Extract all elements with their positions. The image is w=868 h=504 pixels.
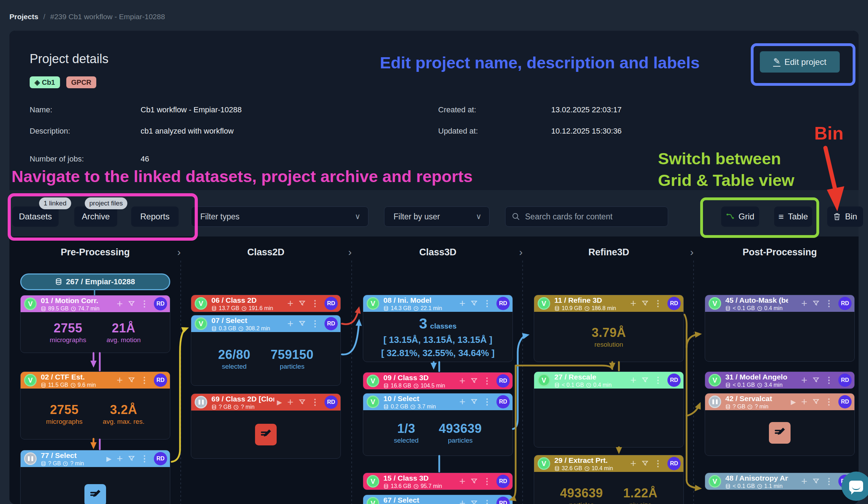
add-icon[interactable]: + (459, 376, 465, 386)
filter-icon[interactable] (813, 377, 820, 384)
job-card-body: 2755micrographs3.2Åavg. max. res. (21, 389, 170, 439)
job-card[interactable]: 69 / Class 2D [Clone of ? GB ? min ▶ + ⋮… (191, 393, 341, 459)
filter-icon[interactable] (813, 300, 820, 307)
kebab-menu-icon[interactable]: ⋮ (654, 299, 662, 308)
kebab-menu-icon[interactable]: ⋮ (311, 299, 319, 308)
job-card[interactable]: V 15 / Class 3D 13.6 GB 95.7 min + ⋮ RD (363, 473, 513, 490)
filter-icon[interactable] (813, 398, 820, 405)
job-card[interactable]: V 48 / Anisotropy Analysis… < 0.1 GB 1.1… (705, 473, 855, 490)
job-card[interactable]: V 67 / Select + ⋮ RD (363, 495, 513, 504)
tab-archive[interactable]: Archive (74, 206, 117, 227)
column-chevron-icon[interactable]: › (690, 246, 694, 258)
job-card[interactable]: V 27 / Rescale < 0.1 GB 0.4 min + ⋮ RD (534, 371, 684, 447)
column-header: Refine3D (534, 247, 684, 258)
filter-icon[interactable] (299, 399, 306, 406)
job-card[interactable]: 42 / Servalcat ? GB ? min ▶ + ⋮ RD (705, 393, 855, 456)
add-icon[interactable]: + (459, 397, 465, 407)
add-icon[interactable]: + (287, 397, 293, 407)
job-card[interactable]: V 31 / Model Angelo < 0.1 GB 3.4 min + ⋮… (705, 371, 855, 389)
grid-view-button[interactable]: Grid (721, 206, 759, 227)
job-card[interactable]: V 06 / Class 2D 13.7 GB 191.6 min + ⋮ RD (191, 295, 341, 312)
play-icon[interactable]: ▶ (791, 398, 796, 406)
kebab-menu-icon[interactable]: ⋮ (483, 498, 491, 504)
add-icon[interactable]: + (630, 459, 636, 468)
filter-icon[interactable] (642, 377, 649, 384)
kebab-menu-icon[interactable]: ⋮ (140, 299, 149, 309)
filter-icon[interactable] (471, 500, 478, 504)
kebab-menu-icon[interactable]: ⋮ (483, 299, 491, 308)
tab-datasets[interactable]: Datasets (12, 206, 59, 227)
job-card[interactable]: V 01 / Motion Corr. 89.5 GB 74.7 min + ⋮… (20, 295, 170, 353)
kebab-menu-icon[interactable]: ⋮ (825, 397, 833, 407)
filter-icon[interactable] (471, 478, 478, 485)
filter-icon[interactable] (471, 398, 478, 405)
job-card[interactable]: V 02 / CTF Est. 11.5 GB 9.6 min + ⋮ RD 2… (20, 371, 170, 439)
kebab-menu-icon[interactable]: ⋮ (483, 397, 491, 407)
filter-user-dropdown[interactable]: Filter by user ∨ (384, 206, 489, 227)
tab-reports[interactable]: Reports (131, 206, 179, 227)
filter-icon[interactable] (299, 300, 306, 307)
column-chevron-icon[interactable]: › (519, 246, 523, 258)
add-icon[interactable]: + (117, 299, 123, 309)
filter-icon[interactable] (642, 460, 649, 467)
add-icon[interactable]: + (801, 476, 807, 486)
edit-project-button[interactable]: ✎ Edit project (760, 51, 840, 73)
search-input[interactable] (524, 212, 661, 222)
kebab-menu-icon[interactable]: ⋮ (654, 375, 662, 385)
play-icon[interactable]: ▶ (277, 398, 282, 406)
kebab-menu-icon[interactable]: ⋮ (311, 319, 319, 329)
bin-button[interactable]: Bin (827, 206, 863, 227)
add-icon[interactable]: + (801, 397, 807, 407)
job-card[interactable]: V 09 / Class 3D 16.8 GB 104.5 min + ⋮ RD (363, 372, 513, 390)
kebab-menu-icon[interactable]: ⋮ (825, 476, 833, 486)
add-icon[interactable]: + (287, 319, 293, 329)
filter-icon[interactable] (299, 320, 306, 327)
add-icon[interactable]: + (287, 299, 293, 308)
add-icon[interactable]: + (801, 299, 807, 308)
breadcrumb-projects-link[interactable]: Projects (9, 13, 38, 21)
add-icon[interactable]: + (459, 299, 465, 308)
filter-icon[interactable] (471, 377, 478, 384)
job-card[interactable]: V 45 / Auto-Mask (beta) < 0.1 GB 0.4 min… (705, 295, 855, 362)
add-icon[interactable]: + (117, 454, 123, 464)
add-icon[interactable]: + (630, 375, 636, 385)
kebab-menu-icon[interactable]: ⋮ (825, 375, 833, 385)
filter-icon[interactable] (642, 300, 649, 307)
add-icon[interactable]: + (801, 375, 807, 385)
filter-icon[interactable] (128, 300, 135, 307)
filter-icon[interactable] (813, 478, 820, 485)
clock-icon (757, 306, 762, 311)
search-field[interactable] (505, 206, 668, 227)
project-label-gpcr[interactable]: GPCR (66, 76, 96, 88)
kebab-menu-icon[interactable]: ⋮ (654, 459, 662, 468)
add-icon[interactable]: + (459, 476, 465, 486)
job-card[interactable]: V 11 / Refine 3D 10.9 GB 186.8 min + ⋮ R… (534, 295, 684, 362)
job-card[interactable]: V 08 / Ini. Model 14.3 GB 22.1 min + ⋮ R… (363, 295, 513, 362)
kebab-menu-icon[interactable]: ⋮ (483, 476, 491, 486)
table-view-button[interactable]: ≡ Table (774, 206, 812, 227)
filter-icon[interactable] (128, 377, 135, 384)
add-icon[interactable]: + (459, 498, 465, 504)
kebab-menu-icon[interactable]: ⋮ (825, 299, 833, 308)
kebab-menu-icon[interactable]: ⋮ (311, 397, 319, 407)
add-icon[interactable]: + (117, 375, 123, 385)
kebab-menu-icon[interactable]: ⋮ (140, 454, 149, 464)
dataset-pill[interactable]: 267 / Empiar-10288 (20, 273, 170, 290)
job-card[interactable]: 77 / Select ? GB ? min ▶ + ⋮ RD (20, 450, 170, 504)
column-chevron-icon[interactable]: › (177, 246, 181, 258)
filter-types-dropdown[interactable]: Filter types ∨ (191, 206, 368, 227)
play-icon[interactable]: ▶ (106, 455, 112, 463)
job-card[interactable]: V 29 / Extract Prt. 32.6 GB 10.4 min + ⋮… (534, 455, 684, 504)
job-duration: 3.4 min (764, 382, 783, 388)
job-card[interactable]: V 07 / Select 0.3 GB 308.2 min + ⋮ RD 26… (191, 315, 341, 386)
job-duration: 1.1 min (764, 483, 783, 489)
kebab-menu-icon[interactable]: ⋮ (140, 375, 149, 385)
filter-icon[interactable] (128, 455, 135, 462)
add-icon[interactable]: + (630, 299, 636, 308)
filter-icon[interactable] (471, 300, 478, 307)
project-label-cb1[interactable]: ◈ Cb1 (30, 76, 60, 88)
column-chevron-icon[interactable]: › (348, 246, 352, 258)
chat-bubble-button[interactable] (841, 472, 868, 501)
kebab-menu-icon[interactable]: ⋮ (483, 376, 491, 386)
job-card[interactable]: V 10 / Select 0.2 GB 3.7 min + ⋮ RD 1/3s… (363, 393, 513, 456)
